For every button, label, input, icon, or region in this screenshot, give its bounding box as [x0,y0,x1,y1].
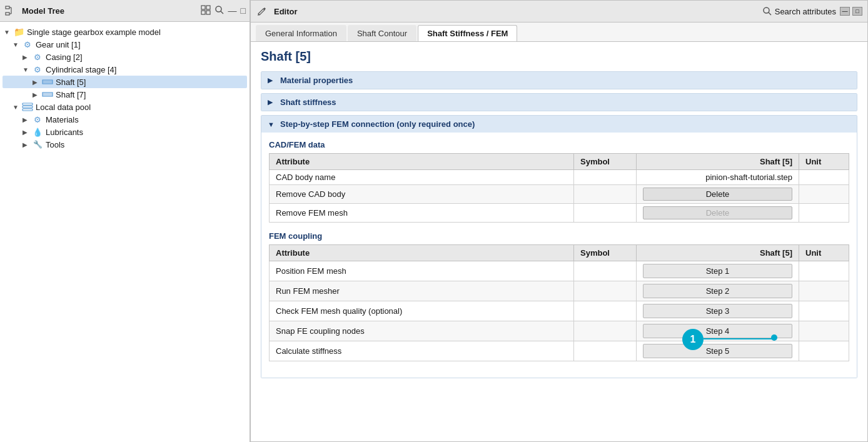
cell-symbol [574,185,637,204]
minimize-icon[interactable]: — [228,6,237,16]
chevron-right-icon: ▶ [33,91,41,98]
section-header-material[interactable]: ▶ Material properties [261,72,857,89]
section-shaft-stiffness: ▶ Shaft stiffness [261,93,857,111]
cell-unit [799,185,849,204]
cell-symbol [574,204,637,223]
step4-button[interactable]: Step 4 [643,324,792,338]
cell-symbol [574,281,637,301]
svg-rect-6 [206,6,210,9]
col-symbol: Symbol [574,154,637,170]
cell-attribute: Snap FE coupling nodes [270,321,574,341]
svg-rect-17 [23,103,33,105]
svg-rect-19 [23,109,33,111]
tree-item-localdatapool[interactable]: ▼ Local data pool [3,101,247,113]
tree-item-label: Shaft [5] [56,78,86,87]
tree-item-label: Local data pool [36,103,91,112]
cad-fem-title: CAD/FEM data [269,140,849,149]
cad-fem-table: Attribute Symbol Shaft [5] Unit CAD body… [269,153,849,223]
editor-header: Editor Search attributes — □ [251,1,867,23]
svg-point-20 [764,8,769,13]
table-row: Remove FEM mesh Delete [270,204,849,223]
cell-value: Step 2 [637,281,799,301]
tree-item-tools[interactable]: ▶ 🔧 Tools [3,138,247,151]
cell-value: Step 5 [637,341,799,361]
col-attribute: Attribute [270,245,574,261]
section-title-stiffness: Shaft stiffness [280,98,336,107]
tree-item-casing[interactable]: ▶ ⚙ Casing [2] [3,51,247,63]
svg-rect-14 [43,93,53,96]
cell-symbol [574,170,637,185]
col-symbol: Symbol [574,245,637,261]
col-unit: Unit [799,245,849,261]
shaft-icon [41,77,54,87]
section-title-material: Material properties [280,76,353,85]
chevron-down-icon: ▼ [4,29,13,36]
cell-value: Step 1 [637,261,799,281]
cell-unit [799,204,849,223]
shaft-icon [41,89,54,99]
tree-item-label: Lubricants [46,128,83,137]
model-tree-header: Model Tree — □ [0,0,250,22]
search-icon [762,6,772,16]
cell-unit [799,301,849,321]
chevron-right-icon: ▶ [23,141,31,148]
maximize-icon[interactable]: □ [241,6,246,16]
cell-unit [799,341,849,361]
datapool-icon [21,102,34,112]
col-unit: Unit [799,154,849,170]
col-shaft5: Shaft [5] [637,245,799,261]
tab-general-information[interactable]: General Information [256,25,346,41]
step3-button[interactable]: Step 3 [643,304,792,318]
section-header-fem[interactable]: ▼ Step-by-step FEM connection (only requ… [261,116,857,133]
col-attribute: Attribute [270,154,574,170]
tree-root-item[interactable]: ▼ 📁 Single stage gearbox example model [3,26,247,38]
tab-shaft-stiffness-fem[interactable]: Shaft Stiffness / FEM [418,25,517,41]
maximize-button[interactable]: □ [852,7,862,16]
tab-shaft-contour[interactable]: Shaft Contour [348,25,416,41]
tree-item-cylstage[interactable]: ▼ ⚙ Cylindrical stage [4] [3,63,247,76]
minimize-button[interactable]: — [840,7,850,16]
step2-button[interactable]: Step 2 [643,284,792,298]
page-title: Shaft [5] [261,49,857,64]
step1-button[interactable]: Step 1 [643,264,792,278]
tree-grid-icon[interactable] [201,5,211,17]
svg-rect-1 [6,13,9,15]
cell-attribute: Remove FEM mesh [270,204,574,223]
table-row: Calculate stiffness Step 5 [270,341,849,361]
chevron-right-icon: ▶ [33,79,41,86]
delete-fem-mesh-button[interactable]: Delete [643,206,792,219]
editor-body: Shaft [5] ▶ Material properties ▶ Shaft … [251,42,867,441]
svg-rect-8 [206,11,210,14]
section-header-stiffness[interactable]: ▶ Shaft stiffness [261,94,857,111]
model-tree-icon [4,6,16,16]
cell-attribute: Run FEM mesher [270,281,574,301]
table-row: Run FEM mesher Step 2 [270,281,849,301]
cell-symbol [574,301,637,321]
tree-item-shaft5[interactable]: ▶ Shaft [5] [3,76,247,88]
tree-item-materials[interactable]: ▶ ⚙ Materials [3,113,247,126]
svg-rect-7 [201,11,205,14]
editor-title: Editor [274,7,759,16]
tree-item-label: Materials [46,115,79,124]
model-tree-panel: Model Tree — □ ▼ 📁 Single stage gearbox … [0,0,250,442]
cell-value: Delete [637,204,799,223]
editor-pencil-icon [256,6,268,16]
delete-cad-body-button[interactable]: Delete [643,188,792,201]
tree-content: ▼ 📁 Single stage gearbox example model ▼… [0,22,250,442]
tree-root-label: Single stage gearbox example model [27,28,161,37]
tree-item-label: Shaft [7] [56,90,86,99]
cell-value: Step 4 [637,321,799,341]
gear-icon: ⚙ [31,52,44,62]
table-row: Check FEM mesh quality (optional) Step 3 [270,301,849,321]
search-icon[interactable] [214,5,225,17]
tree-item-shaft7[interactable]: ▶ Shaft [7] [3,88,247,101]
col-shaft5: Shaft [5] [637,154,799,170]
tree-item-lubricants[interactable]: ▶ 💧 Lubricants [3,126,247,138]
chevron-right-icon: ▶ [23,129,31,136]
section-fem-step: ▼ Step-by-step FEM connection (only requ… [261,115,857,378]
search-attributes-label[interactable]: Search attributes [775,7,836,16]
cell-attribute: Calculate stiffness [270,341,574,361]
cell-symbol [574,341,637,361]
tree-item-gearunit[interactable]: ▼ ⚙ Gear unit [1] [3,38,247,51]
step5-button[interactable]: Step 5 [643,344,792,358]
